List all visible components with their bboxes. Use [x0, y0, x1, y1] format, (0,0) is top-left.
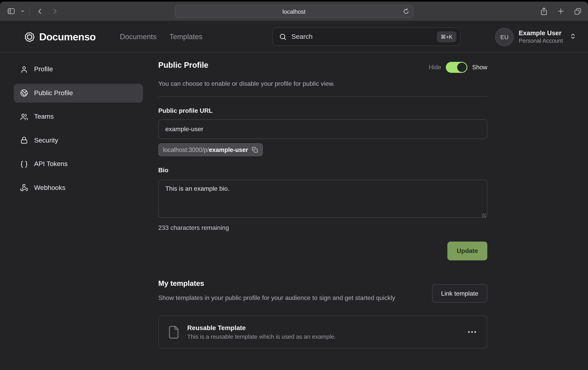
profile-url-preview[interactable]: localhost:3000/p/example-user — [158, 143, 263, 156]
template-menu-ellipsis-icon[interactable] — [468, 331, 476, 333]
toggle-hide-label: Hide — [429, 64, 441, 71]
update-button[interactable]: Update — [447, 242, 487, 260]
url-prefix: localhost:3000/p/ — [163, 146, 209, 153]
back-icon[interactable] — [34, 6, 45, 17]
section-divider — [158, 96, 487, 97]
file-icon — [168, 325, 179, 339]
url-slug: example-user — [209, 146, 248, 153]
brand[interactable]: Documenso — [23, 21, 96, 53]
search-input[interactable] — [292, 33, 432, 41]
user-account-type: Personal Account — [519, 37, 563, 45]
share-icon[interactable] — [540, 7, 548, 15]
sidebar-item-api-tokens[interactable]: API Tokens — [14, 155, 143, 174]
top-nav: Documents Templates — [120, 21, 202, 53]
settings-sidebar: Profile Public Profile Teams — [14, 60, 143, 202]
avatar: EU — [495, 28, 514, 46]
characters-remaining: 233 characters remaining — [158, 224, 487, 231]
forward-icon[interactable] — [49, 6, 60, 17]
bio-field-label: Bio — [158, 167, 487, 174]
sidebar-item-label: Teams — [34, 113, 54, 121]
my-templates-description: Show templates in your public profile fo… — [158, 293, 395, 303]
search-bar[interactable]: ⌘+K — [272, 27, 461, 46]
browser-window: localhost — [0, 1, 588, 370]
search-shortcut-badge: ⌘+K — [437, 31, 456, 42]
address-bar[interactable]: localhost — [175, 5, 413, 18]
copy-icon[interactable] — [252, 146, 258, 153]
profile-url-input[interactable] — [158, 119, 487, 139]
documenso-logo-icon — [23, 31, 36, 43]
screen: localhost — [0, 0, 588, 370]
chevron-down-icon[interactable] — [20, 9, 25, 13]
url-field-label: Public profile URL — [158, 107, 487, 114]
sidebar-item-label: Webhooks — [34, 184, 65, 192]
bio-textarea[interactable]: This is an example bio. — [158, 180, 487, 218]
new-tab-icon[interactable] — [557, 7, 565, 15]
sidebar-item-label: Public Profile — [34, 89, 73, 97]
tab-overview-icon[interactable] — [574, 7, 582, 15]
user-menu[interactable]: EU Example User Personal Account — [495, 21, 576, 53]
brand-name: Documenso — [39, 31, 96, 43]
template-card[interactable]: Reusable Template This is a reusable tem… — [158, 316, 487, 349]
page-title: Public Profile — [158, 60, 208, 70]
resize-handle[interactable] — [482, 213, 486, 218]
user-name: Example User — [519, 29, 563, 37]
globe-icon — [20, 89, 28, 97]
browser-toolbar: localhost — [0, 1, 588, 21]
sidebar-item-label: API Tokens — [34, 160, 68, 168]
sidebar-item-profile[interactable]: Profile — [14, 60, 143, 79]
visibility-switch[interactable] — [446, 62, 467, 73]
template-title: Reusable Template — [187, 323, 460, 332]
sidebar-item-label: Profile — [34, 65, 53, 73]
sidebar-item-teams[interactable]: Teams — [14, 107, 143, 126]
sidebar-toggle-icon[interactable] — [5, 6, 16, 17]
sidebar-item-label: Security — [34, 136, 58, 144]
webhook-icon — [20, 184, 28, 192]
braces-icon — [20, 160, 28, 168]
lock-icon — [20, 136, 28, 144]
sidebar-item-public-profile[interactable]: Public Profile — [14, 84, 143, 103]
reload-icon[interactable] — [403, 8, 409, 15]
search-icon — [279, 33, 287, 41]
users-icon — [20, 113, 28, 121]
public-profile-settings: Public Profile Hide Show You can choose … — [158, 60, 487, 349]
chevrons-up-down-icon — [570, 33, 576, 41]
link-template-button[interactable]: Link template — [432, 284, 487, 303]
user-icon — [20, 65, 28, 73]
sidebar-item-security[interactable]: Security — [14, 131, 143, 150]
toggle-show-label: Show — [472, 64, 487, 71]
address-text: localhost — [283, 8, 305, 15]
app-header: Documenso Documents Templates ⌘+K EU Exa… — [0, 21, 588, 53]
page-subtitle: You can choose to enable or disable your… — [158, 80, 487, 87]
template-description: This is a reusable template which is use… — [187, 332, 460, 341]
profile-visibility-toggle-row: Hide Show — [429, 62, 487, 73]
sidebar-item-webhooks[interactable]: Webhooks — [14, 178, 143, 197]
my-templates-title: My templates — [158, 279, 395, 288]
toolbar-separator — [29, 7, 30, 15]
nav-documents[interactable]: Documents — [120, 32, 157, 41]
switch-knob — [457, 63, 467, 72]
nav-templates[interactable]: Templates — [169, 32, 202, 41]
